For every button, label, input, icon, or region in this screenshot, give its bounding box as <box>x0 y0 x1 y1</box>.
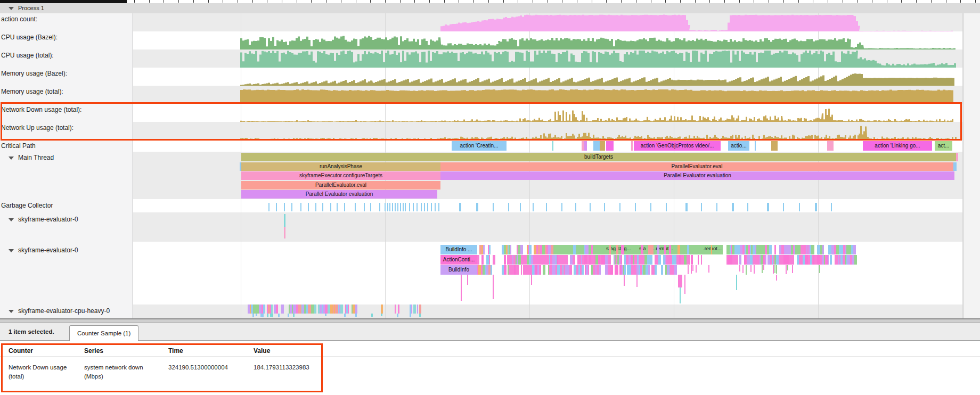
trace-span[interactable] <box>956 153 958 161</box>
gc-event-tick[interactable] <box>427 203 428 211</box>
trace-span[interactable]: actio... <box>728 141 749 151</box>
gc-event-tick[interactable] <box>666 203 667 211</box>
collapse-triangle-icon[interactable] <box>9 157 14 160</box>
gc-event-tick[interactable] <box>364 203 365 211</box>
trace-span[interactable] <box>600 141 605 151</box>
trace-span[interactable]: action 'Creatin... <box>452 141 507 151</box>
gc-event-tick[interactable] <box>767 203 769 211</box>
trace-span[interactable] <box>631 141 633 151</box>
gc-event-tick[interactable] <box>268 203 270 211</box>
gc-event-tick[interactable] <box>337 203 338 211</box>
gc-event-tick[interactable] <box>424 203 425 211</box>
gc-event-tick[interactable] <box>392 203 393 211</box>
counter-chart-cpu_bazel[interactable] <box>0 31 980 50</box>
gc-event-tick[interactable] <box>701 203 702 211</box>
trace-span[interactable]: runAnalysisPhase <box>241 162 440 171</box>
gc-event-tick[interactable] <box>575 203 576 211</box>
gc-event-tick[interactable] <box>685 203 688 211</box>
gc-event-tick[interactable] <box>716 203 717 211</box>
trace-span[interactable] <box>606 141 614 151</box>
counter-chart-net_down[interactable] <box>0 104 980 122</box>
process-header[interactable]: Process 1 <box>0 3 980 14</box>
collapse-triangle-icon[interactable] <box>9 310 14 313</box>
trace-span[interactable]: BuildInfo <box>440 265 477 275</box>
trace-span[interactable]: action 'Linking go... <box>863 141 932 151</box>
gc-event-tick[interactable] <box>459 203 461 211</box>
gc-event-tick[interactable] <box>431 203 432 211</box>
gc-event-tick[interactable] <box>561 203 562 211</box>
gc-event-tick[interactable] <box>799 203 800 211</box>
gc-event-tick[interactable] <box>322 203 323 211</box>
gc-event-tick[interactable] <box>344 203 345 211</box>
gc-event-tick[interactable] <box>405 203 406 211</box>
counter-chart-action_count[interactable] <box>0 13 980 31</box>
trace-span[interactable] <box>552 141 553 151</box>
gc-event-tick[interactable] <box>590 203 591 211</box>
trace-span[interactable]: action 'GenObjcProtos video/... <box>634 141 721 151</box>
gc-event-tick[interactable] <box>409 203 410 211</box>
gc-event-tick[interactable] <box>619 203 620 211</box>
gc-event-tick[interactable] <box>389 203 390 211</box>
trace-span[interactable] <box>554 245 723 254</box>
gc-event-tick[interactable] <box>284 203 285 211</box>
gc-event-tick[interactable] <box>308 203 309 211</box>
sidebar-thread-skyframe-evaluator-0a[interactable]: skyframe-evaluator-0 <box>9 215 78 224</box>
trace-span[interactable] <box>827 141 834 151</box>
gc-event-tick[interactable] <box>291 203 292 211</box>
gc-event-tick[interactable] <box>476 203 478 211</box>
gc-event-tick[interactable] <box>783 203 784 211</box>
gc-event-tick[interactable] <box>732 203 734 211</box>
trace-span[interactable]: BuildInfo ... <box>440 245 477 254</box>
counter-chart-net_up[interactable] <box>0 122 980 140</box>
gc-event-tick[interactable] <box>435 203 436 211</box>
gc-event-tick[interactable] <box>493 203 494 211</box>
gc-event-tick[interactable] <box>421 203 422 211</box>
trace-span[interactable]: ActionConti... <box>440 255 477 265</box>
trace-span[interactable] <box>953 162 957 171</box>
gc-event-tick[interactable] <box>276 203 277 211</box>
gc-event-tick[interactable] <box>533 203 534 211</box>
sidebar-thread-skyframe-evaluator-cpu-heavy-0[interactable]: skyframe-evaluator-cpu-heavy-0 <box>9 307 110 315</box>
panel-splitter[interactable] <box>0 318 980 323</box>
gc-event-tick[interactable] <box>438 203 439 211</box>
gc-event-tick[interactable] <box>397 203 398 211</box>
gc-event-tick[interactable] <box>370 203 371 211</box>
gc-event-tick[interactable] <box>635 203 636 211</box>
trace-span[interactable]: skyframeExecutor.configureTargets <box>241 171 440 180</box>
gc-event-tick[interactable] <box>520 203 521 211</box>
sidebar-thread-main-thread[interactable]: Main Thread <box>9 153 54 162</box>
trace-span[interactable] <box>771 141 778 151</box>
sidebar-thread-skyframe-evaluator-0b[interactable]: skyframe-evaluator-0 <box>9 246 78 254</box>
gc-event-tick[interactable] <box>330 203 331 211</box>
gc-event-tick[interactable] <box>650 203 651 211</box>
gc-event-tick[interactable] <box>379 203 380 211</box>
gc-event-tick[interactable] <box>413 203 414 211</box>
gc-event-tick[interactable] <box>403 203 404 211</box>
gc-event-tick[interactable] <box>831 203 832 211</box>
trace-span[interactable]: ParallelEvaluator.eval <box>440 162 953 171</box>
gc-event-tick[interactable] <box>400 203 401 211</box>
gc-event-tick[interactable] <box>385 203 386 211</box>
trace-span[interactable] <box>584 141 587 151</box>
gc-event-tick[interactable] <box>747 203 748 211</box>
trace-span[interactable] <box>593 141 600 151</box>
gc-event-tick[interactable] <box>416 203 418 211</box>
gc-event-tick[interactable] <box>315 203 316 211</box>
gc-event-tick[interactable] <box>604 203 605 211</box>
trace-span[interactable]: Parallel Evaluator evaluation <box>241 190 437 199</box>
gc-event-tick[interactable] <box>508 203 509 211</box>
trace-span[interactable] <box>755 141 756 151</box>
trace-span[interactable]: Parallel Evaluator evaluation <box>440 171 954 180</box>
collapse-triangle-icon[interactable] <box>9 249 14 252</box>
gc-event-tick[interactable] <box>387 203 388 211</box>
counter-chart-cpu_total[interactable] <box>0 50 980 68</box>
gc-event-tick[interactable] <box>355 203 356 211</box>
counter-chart-mem_bazel[interactable] <box>0 68 980 86</box>
gc-event-tick[interactable] <box>815 203 817 211</box>
tab-counter-sample[interactable]: Counter Sample (1) <box>69 325 138 341</box>
collapse-triangle-icon[interactable] <box>9 7 14 10</box>
gc-event-tick[interactable] <box>395 203 396 211</box>
gc-event-tick[interactable] <box>546 203 547 211</box>
trace-span[interactable]: buildTargets <box>241 153 956 161</box>
gc-event-tick[interactable] <box>300 203 301 211</box>
